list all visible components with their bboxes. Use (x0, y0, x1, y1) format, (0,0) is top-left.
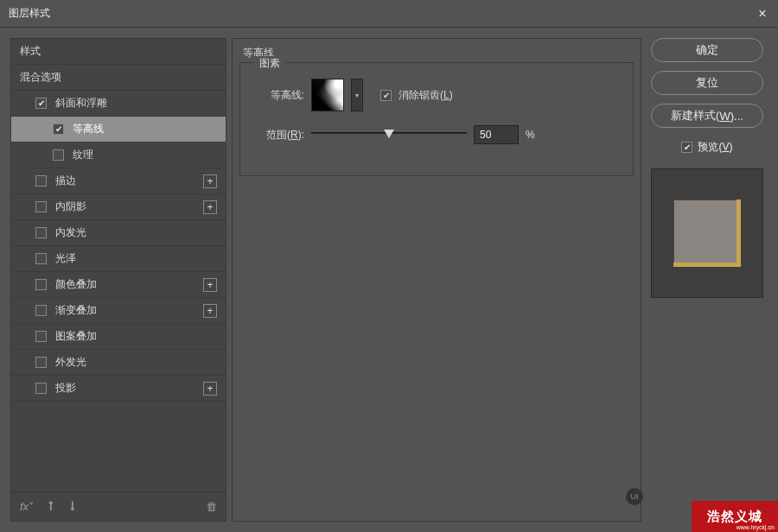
preview-checkbox-row[interactable]: 预览(V) (681, 140, 732, 155)
checkbox-icon[interactable] (53, 149, 64, 161)
sidebar-item-pattern-overlay[interactable]: 图案叠加 (11, 324, 226, 350)
sidebar-item-label: 描边 (55, 174, 76, 188)
checkbox-icon[interactable] (35, 253, 47, 264)
checkbox-icon[interactable] (53, 124, 64, 135)
sidebar-item-label: 图案叠加 (55, 329, 97, 344)
checkbox-icon[interactable] (35, 227, 47, 238)
sidebar-item-stroke[interactable]: 描边 + (11, 168, 226, 194)
antialias-label[interactable]: 消除锯齿(L) (399, 88, 453, 103)
checkbox-icon[interactable] (35, 357, 47, 368)
add-effect-icon[interactable]: + (203, 278, 217, 292)
sidebar-item-inner-glow[interactable]: 内发光 (11, 220, 226, 246)
sidebar-item-label: 等高线 (73, 122, 104, 136)
styles-list: 样式 混合选项 斜面和浮雕 等高线 纹理 描边 + (11, 39, 226, 491)
preview-swatch (673, 200, 741, 267)
reset-button[interactable]: 复位 (651, 71, 763, 95)
contour-preview[interactable] (311, 79, 344, 111)
checkbox-icon[interactable] (35, 279, 47, 290)
main-panel: 等高线 图素 等高线: ▾ 消除锯齿(L) 范围(R): % UI (232, 38, 641, 522)
sidebar-header-blend[interactable]: 混合选项 (11, 65, 226, 91)
window-title: 图层样式 (9, 6, 756, 21)
checkbox-icon[interactable] (35, 201, 47, 212)
sidebar-header-styles[interactable]: 样式 (11, 39, 226, 65)
sidebar-item-inner-shadow[interactable]: 内阴影 + (11, 194, 226, 220)
preview-checkbox-icon[interactable] (681, 142, 692, 153)
watermark: 浩然义城 www.hryckj.cn (692, 501, 778, 532)
contour-dropdown-icon[interactable]: ▾ (351, 79, 363, 111)
trash-icon[interactable]: 🗑 (206, 500, 217, 513)
checkbox-icon[interactable] (35, 175, 47, 187)
panel-title: 等高线 (233, 39, 641, 62)
sidebar-item-texture[interactable]: 纹理 (11, 142, 226, 168)
watermark-logo-icon: UI (626, 488, 643, 505)
content: 样式 混合选项 斜面和浮雕 等高线 纹理 描边 + (0, 28, 778, 532)
sidebar-item-label: 纹理 (73, 148, 93, 162)
move-down-icon[interactable]: 🠗 (67, 500, 78, 513)
element-fieldset: 图素 等高线: ▾ 消除锯齿(L) 范围(R): % (239, 62, 634, 176)
sidebar-footer: fx˅ 🠕 🠗 🗑 (11, 491, 226, 521)
preview-label: 预览(V) (698, 140, 732, 155)
titlebar: 图层样式 × (0, 0, 778, 28)
add-effect-icon[interactable]: + (203, 200, 217, 214)
sidebar-item-label: 颜色叠加 (55, 277, 97, 292)
sidebar-item-label: 光泽 (55, 251, 76, 266)
checkbox-icon[interactable] (35, 331, 47, 342)
watermark-url: www.hryckj.cn (737, 524, 775, 530)
sidebar-item-label: 斜面和浮雕 (55, 96, 107, 111)
add-effect-icon[interactable]: + (203, 382, 217, 396)
sidebar-item-drop-shadow[interactable]: 投影 + (11, 376, 226, 402)
sidebar-item-label: 内阴影 (55, 200, 86, 214)
fieldset-label: 图素 (254, 56, 285, 71)
ok-button[interactable]: 确定 (651, 38, 763, 62)
sidebar-item-label: 渐变叠加 (55, 303, 97, 318)
sidebar-item-bevel[interactable]: 斜面和浮雕 (11, 91, 226, 117)
add-effect-icon[interactable]: + (203, 304, 217, 318)
checkbox-icon[interactable] (35, 98, 47, 109)
range-unit: % (526, 129, 535, 141)
add-effect-icon[interactable]: + (203, 174, 217, 188)
sidebar-item-satin[interactable]: 光泽 (11, 246, 226, 272)
styles-sidebar: 样式 混合选项 斜面和浮雕 等高线 纹理 描边 + (10, 38, 226, 522)
sidebar-item-color-overlay[interactable]: 颜色叠加 + (11, 272, 226, 298)
slider-thumb-icon[interactable] (384, 130, 394, 138)
sidebar-header-label: 混合选项 (20, 70, 61, 85)
range-slider[interactable] (311, 129, 467, 141)
sidebar-header-label: 样式 (20, 44, 41, 59)
antialias-checkbox[interactable] (380, 90, 392, 101)
sidebar-item-label: 内发光 (55, 225, 86, 240)
range-input[interactable] (474, 125, 519, 144)
sidebar-item-label: 外发光 (55, 355, 86, 370)
right-panel: 确定 复位 新建样式(W)... 预览(V) (647, 38, 768, 522)
contour-row: 等高线: ▾ 消除锯齿(L) (252, 79, 621, 111)
watermark-text: 浩然义城 (707, 509, 762, 525)
range-row: 范围(R): % (252, 125, 621, 144)
close-icon[interactable]: × (756, 7, 769, 21)
sidebar-item-gradient-overlay[interactable]: 渐变叠加 + (11, 298, 226, 324)
sidebar-item-label: 投影 (55, 381, 76, 396)
checkbox-icon[interactable] (35, 383, 47, 394)
checkbox-icon[interactable] (35, 305, 47, 316)
contour-label: 等高线: (252, 88, 304, 103)
new-style-button[interactable]: 新建样式(W)... (651, 104, 763, 128)
range-label[interactable]: 范围(R): (252, 128, 304, 142)
move-up-icon[interactable]: 🠕 (45, 500, 56, 513)
sidebar-item-contour[interactable]: 等高线 (11, 117, 226, 142)
fx-menu-icon[interactable]: fx˅ (20, 500, 35, 513)
sidebar-item-outer-glow[interactable]: 外发光 (11, 350, 226, 376)
preview-box (651, 168, 763, 298)
